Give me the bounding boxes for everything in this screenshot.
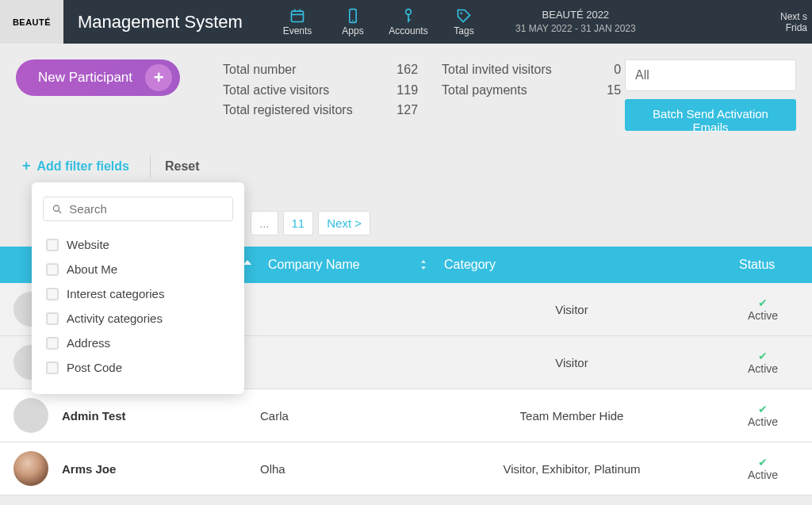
page-ellipsis[interactable]: ...	[251, 211, 278, 235]
batch-send-button[interactable]: Batch Send Activation Emails	[625, 99, 796, 131]
stat-value: 127	[381, 100, 418, 121]
cell-category: Visitor, Exhibitor, Platinum	[436, 462, 731, 476]
checkbox[interactable]	[46, 362, 59, 374]
app-title: Management System	[63, 12, 270, 33]
divider	[150, 155, 151, 178]
avatar	[13, 451, 48, 486]
table-row[interactable]: Admin Test Carla Team Member Hide ✔Activ…	[0, 389, 812, 442]
plus-icon: +	[22, 158, 31, 174]
plus-icon: +	[145, 64, 172, 91]
filter-fields-panel: Website About Me Interest categories Act…	[32, 182, 244, 394]
cell-category: Visitor	[436, 303, 731, 316]
checkbox[interactable]	[46, 337, 59, 350]
th-label: Status	[739, 258, 775, 272]
nav-label: Accounts	[389, 25, 427, 36]
stat-value: 15	[584, 80, 621, 101]
nav-apps[interactable]: Apps	[325, 8, 381, 36]
stat-value: 0	[584, 59, 621, 80]
search-box[interactable]	[43, 197, 233, 221]
check-icon: ✔	[758, 403, 768, 415]
option-label: Address	[67, 336, 110, 350]
th-status[interactable]: Status	[731, 258, 795, 272]
option-label: Website	[67, 238, 109, 251]
reset-button[interactable]: Reset	[165, 159, 200, 174]
key-icon	[400, 8, 416, 24]
check-icon: ✔	[758, 296, 768, 309]
svg-point-9	[460, 12, 462, 14]
option-label: Interest categories	[67, 287, 164, 300]
search-input[interactable]	[69, 202, 224, 216]
cell-status: ✔Active	[731, 350, 795, 375]
tag-icon	[456, 8, 472, 24]
stat-label: Total payments	[442, 80, 584, 101]
stat-value: 119	[381, 80, 418, 101]
cell-name: Admin Test	[62, 409, 260, 423]
event-info: BEAUTÉ 2022 31 MAY 2022 - 31 JAN 2023	[492, 8, 636, 36]
th-company[interactable]: Company Name	[260, 258, 436, 272]
filter-option[interactable]: Interest categories	[43, 281, 228, 306]
sort-icon	[419, 260, 428, 270]
event-dates: 31 MAY 2022 - 31 JAN 2023	[515, 22, 636, 36]
cell-category: Team Member Hide	[436, 409, 731, 423]
cell-company: Olha	[260, 462, 436, 476]
checkbox[interactable]	[46, 263, 59, 276]
cell-status: ✔Active	[731, 403, 795, 428]
filter-option[interactable]: Activity categories	[43, 306, 228, 331]
th-category[interactable]: Category	[436, 258, 731, 272]
add-filter-button[interactable]: + Add filter fields	[16, 155, 136, 178]
stat-label: Total invited visitors	[442, 59, 584, 80]
nav-label: Events	[283, 25, 312, 36]
filter-select[interactable]: All	[625, 59, 796, 91]
check-icon: ✔	[758, 350, 768, 362]
option-label: Post Code	[67, 361, 122, 374]
svg-point-6	[406, 9, 412, 14]
nav-label: Tags	[454, 25, 473, 36]
stat-label: Total registered visitors	[223, 100, 381, 121]
nav-tags[interactable]: Tags	[436, 8, 492, 36]
filter-options-list: Website About Me Interest categories Act…	[43, 232, 233, 380]
filter-option[interactable]: Website	[43, 232, 228, 257]
stat-value: 162	[381, 59, 418, 80]
th-label: Category	[444, 258, 496, 272]
nav-accounts[interactable]: Accounts	[381, 8, 436, 36]
avatar	[13, 398, 48, 433]
cell-status: ✔Active	[731, 456, 795, 481]
cell-company: Carla	[260, 409, 436, 423]
svg-rect-0	[292, 11, 304, 21]
nav-label: Apps	[342, 25, 363, 36]
stats-block: Total number Total active visitors Total…	[223, 59, 621, 121]
event-name: BEAUTÉ 2022	[515, 8, 636, 22]
option-label: Activity categories	[67, 312, 163, 325]
page-number[interactable]: 11	[283, 211, 314, 235]
check-icon: ✔	[758, 456, 768, 469]
th-label: Company Name	[268, 258, 360, 272]
filter-option[interactable]: About Me	[43, 257, 228, 281]
search-icon	[52, 203, 63, 216]
table-row[interactable]: Arms Joe Olha Visitor, Exhibitor, Platin…	[0, 442, 812, 495]
new-participant-button[interactable]: New Participant +	[16, 59, 180, 96]
cell-status: ✔Active	[731, 296, 795, 322]
filter-option[interactable]: Post Code	[43, 355, 228, 380]
pagination: ... 11 Next >	[251, 211, 796, 235]
filter-option[interactable]: Address	[43, 331, 228, 355]
session-info-partial: Next s Frida	[780, 11, 812, 33]
checkbox[interactable]	[46, 288, 59, 300]
option-label: About Me	[67, 262, 117, 276]
svg-point-5	[352, 20, 354, 21]
stat-label: Total active visitors	[223, 80, 381, 101]
svg-line-11	[59, 210, 61, 212]
brand-logo: BEAUTÉ	[0, 0, 63, 44]
calendar-icon	[289, 8, 305, 24]
page-next[interactable]: Next >	[318, 211, 370, 235]
add-filter-label: Add filter fields	[37, 159, 129, 174]
svg-point-10	[53, 205, 59, 211]
cell-name: Arms Joe	[62, 462, 260, 476]
phone-icon	[345, 8, 361, 24]
cell-category: Visitor	[436, 356, 731, 369]
button-label: New Participant	[38, 70, 132, 86]
nav-events[interactable]: Events	[270, 8, 325, 36]
checkbox[interactable]	[46, 239, 59, 251]
stat-label: Total number	[223, 59, 381, 80]
top-navbar: BEAUTÉ Management System Events Apps Acc…	[0, 0, 812, 44]
checkbox[interactable]	[46, 312, 59, 325]
